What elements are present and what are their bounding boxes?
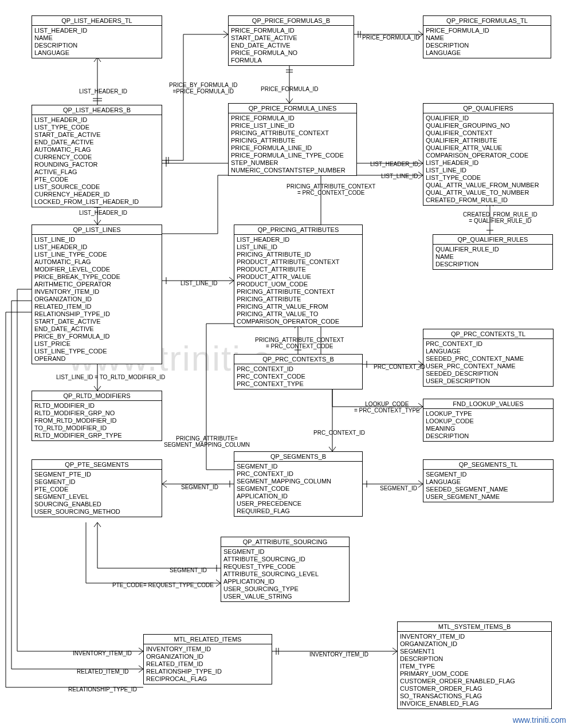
column: INVENTORY_ITEM_ID (400, 633, 549, 640)
column: APPLICATION_ID (237, 493, 360, 500)
column: END_DATE_ACTIVE (34, 325, 159, 333)
entity-title: MTL_RELATED_ITEMS (144, 635, 272, 644)
column: PRICE_FORMULA_NO (231, 49, 351, 57)
entity-columns: SEGMENT_PTE_IDSEGMENT_IDPTE_CODESEGMENT_… (32, 470, 162, 517)
column: QUALIFIER_ID (426, 115, 551, 122)
relationship-label: RELATED_ITEM_ID (77, 668, 128, 675)
column: PRICING_ATTR_VALUE_TO (237, 310, 360, 318)
column: SEGMENT_PTE_ID (34, 471, 159, 478)
column: ITEM_TYPE (400, 663, 549, 670)
relationship-label: LIST_LINE_ID = TO_RLTD_MODIFIER_ID (56, 374, 165, 380)
column: INVOICE_ENABLED_FLAG (400, 700, 549, 707)
entity-qp-segments-b: QP_SEGMENTS_BSEGMENT_IDPRC_CONTEXT_IDSEG… (234, 451, 363, 517)
column: NAME (34, 34, 159, 42)
entity-qp-prc-contexts-b: QP_PRC_CONTEXTS_BPRC_CONTEXT_IDPRC_CONTE… (234, 354, 363, 389)
er-diagram-canvas: www.triniti.c (0, 0, 573, 728)
relationship-label: PRICING_ATTRIBUTE_CONTEXT= PRC_CONTEXT_C… (255, 337, 344, 349)
column: RLTD_MODIFIER_GRP_NO (34, 410, 159, 417)
entity-qp-rltd-modifiers: QP_RLTD_MODIFIERSRLTD_MODIFIER_IDRLTD_MO… (32, 391, 162, 441)
entity-qp-list-headers-b: QP_LIST_HEADERS_BLIST_HEADER_IDLIST_TYPE… (32, 105, 162, 207)
column: USER_VALUE_STRING (223, 593, 347, 600)
entity-qp-price-formulas-tl: QP_PRICE_FORMULAS_TLPRICE_FORMULA_IDNAME… (423, 15, 551, 58)
relationship-label: LIST_HEADER_ID (79, 88, 127, 95)
column: PRICING_ATTRIBUTE (231, 137, 354, 144)
entity-columns: LIST_HEADER_IDLIST_LINE_IDPRICING_ATTRIB… (234, 235, 362, 326)
entity-title: QP_PRICING_ATTRIBUTES (234, 225, 362, 235)
column: LOCKED_FROM_LIST_HEADER_ID (34, 198, 159, 206)
column: DESCRIPTION (400, 655, 549, 663)
column: PRICING_ATTRIBUTE_ID (237, 251, 360, 258)
column: PRICE_FORMULA_ID (231, 27, 351, 34)
column: LIST_LINE_ID (34, 236, 159, 243)
column: LOOKUP_TYPE (426, 410, 551, 418)
column: DESCRIPTION (426, 432, 551, 440)
column: QUALIFIER_ATTRIBUTE (426, 137, 551, 144)
column: PRODUCT_ATTRIBUTE_CONTEXT (237, 258, 360, 266)
entity-title: QP_QUALIFIERS (423, 104, 553, 113)
column: ORGANIZATION_ID (400, 640, 549, 648)
column: LIST_LINE_ID (237, 243, 360, 251)
column: NAME (426, 34, 548, 42)
relationship-label: PRICE_FORMULA_ID (261, 86, 319, 92)
entity-title: QP_PRICE_FORMULAS_TL (423, 16, 551, 26)
column: SEEDED_DESCRIPTION (426, 370, 551, 377)
entity-qp-pte-segments: QP_PTE_SEGMENTSSEGMENT_PTE_IDSEGMENT_IDP… (32, 459, 162, 517)
column: PRIMARY_UOM_CODE (400, 670, 549, 678)
column: PRODUCT_UOM_CODE (237, 281, 360, 288)
column: LIST_TYPE_CODE (426, 174, 551, 182)
column: PRICING_ATTRIBUTE (237, 296, 360, 303)
relationship-label: SEGMENT_ID (170, 567, 207, 573)
entity-columns: SEGMENT_IDPRC_CONTEXT_IDSEGMENT_MAPPING_… (234, 462, 362, 516)
column: LANGUAGE (426, 348, 551, 355)
column: ROUNDING_FACTOR (34, 161, 159, 168)
column: QUALIFIER_CONTEXT (426, 129, 551, 137)
column: NUMERIC_CONSTANTSTEP_NUMBER (231, 167, 354, 174)
column: PTE_CODE (34, 176, 159, 183)
entity-columns: INVENTORY_ITEM_IDORGANIZATION_IDRELATED_… (144, 644, 272, 684)
column: DESCRIPTION (426, 42, 548, 49)
entity-title: QP_LIST_HEADERS_B (32, 105, 162, 115)
entity-columns: LIST_HEADER_IDLIST_TYPE_CODESTART_DATE_A… (32, 115, 162, 207)
relationship-label: RELATIONSHIP_TYPE_ID (68, 686, 137, 692)
entity-title: QP_PRC_CONTEXTS_TL (423, 329, 553, 339)
entity-columns: PRC_CONTEXT_IDLANGUAGESEEDED_PRC_CONTEXT… (423, 339, 553, 386)
entity-qp-pricing-attributes: QP_PRICING_ATTRIBUTESLIST_HEADER_IDLIST_… (234, 225, 363, 327)
relationship-label: PRICING_ATTRIBUTE=SEGMENT_MAPPING_COLUMN (164, 435, 250, 448)
column: REQUIRED_FLAG (237, 507, 360, 515)
column: PRICE_BY_FORMULA_ID (34, 333, 159, 340)
entity-title: QP_LIST_LINES (32, 225, 162, 235)
column: LANGUAGE (34, 49, 159, 57)
column: USER_SOURCING_METHOD (34, 508, 159, 515)
footer-url: www.triniti.com (513, 715, 566, 725)
column: AUTOMATIC_FLAG (34, 258, 159, 266)
column: SEEDED_PRC_CONTEXT_NAME (426, 355, 551, 363)
column: FORMULA (231, 57, 351, 64)
column: CURRENCY_CODE (34, 154, 159, 161)
column: SEGMENT_ID (223, 548, 347, 556)
entity-columns: PRICE_FORMULA_IDNAMEDESCRIPTIONLANGUAGE (423, 26, 551, 58)
entity-columns: INVENTORY_ITEM_IDORGANIZATION_IDSEGMENT1… (398, 632, 551, 709)
column: DESCRIPTION (435, 261, 550, 268)
relationship-label: INVENTORY_ITEM_ID (73, 650, 132, 656)
column: PRC_CONTEXT_ID (237, 470, 360, 478)
column: END_DATE_ACTIVE (34, 139, 159, 146)
column: QUALIFIER_ATTR_VALUE (426, 144, 551, 152)
column: STEP_NUMBER (231, 159, 354, 167)
column: QUALIFIER_RULE_ID (435, 246, 550, 253)
entity-qp-segments-tl: QP_SEGMENTS_TLSEGMENT_IDLANGUAGESEEDED_S… (423, 459, 554, 502)
column: RELATIONSHIP_TYPE_ID (34, 310, 159, 318)
column: REQUEST_TYPE_CODE (223, 563, 347, 570)
column: RECIPROCAL_FLAG (146, 675, 269, 683)
column: LIST_HEADER_ID (426, 159, 551, 167)
entity-qp-attribute-sourcing: QP_ATTRIBUTE_SOURCINGSEGMENT_IDATTRIBUTE… (221, 537, 350, 602)
column: LANGUAGE (426, 49, 548, 57)
relationship-label: LIST_LINE_ID (381, 173, 418, 179)
column: END_DATE_ACTIVE (231, 42, 351, 49)
column: PRICING_ATTRIBUTE_CONTEXT (237, 288, 360, 296)
column: LIST_SOURCE_CODE (34, 183, 159, 191)
relationship-label: CREATED_FROM_RULE_ID= QUALIFIER_RULE_ID (463, 211, 537, 224)
column: ATTRIBUTE_SOURCING_ID (223, 556, 347, 563)
column: SEGMENT_ID (237, 463, 360, 470)
column: COMPARISON_OPERATOR_CODE (237, 318, 360, 325)
column: LIST_LINE_TYPE_CODE (34, 251, 159, 258)
